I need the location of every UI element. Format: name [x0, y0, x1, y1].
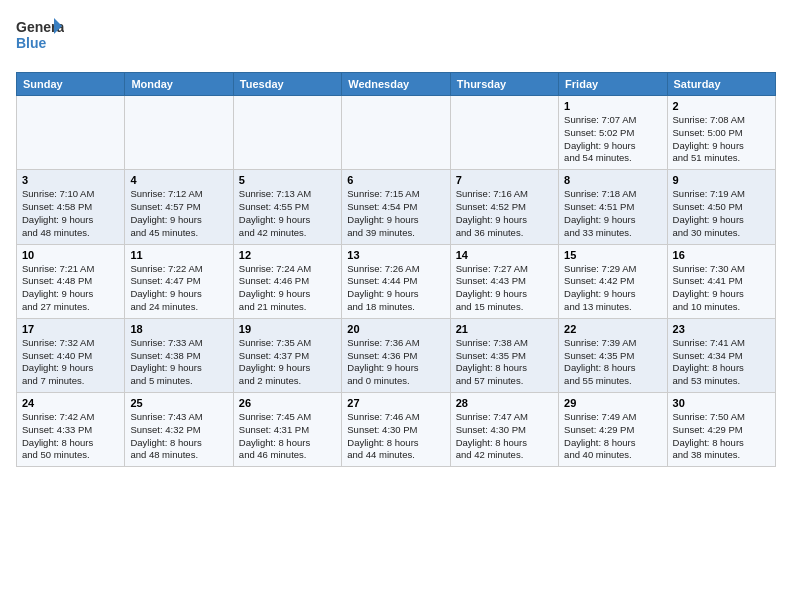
calendar-cell: 5Sunrise: 7:13 AM Sunset: 4:55 PM Daylig… [233, 170, 341, 244]
day-number: 17 [22, 323, 119, 335]
day-number: 18 [130, 323, 227, 335]
calendar-cell: 17Sunrise: 7:32 AM Sunset: 4:40 PM Dayli… [17, 318, 125, 392]
calendar-cell: 3Sunrise: 7:10 AM Sunset: 4:58 PM Daylig… [17, 170, 125, 244]
calendar-cell [125, 96, 233, 170]
calendar-cell: 18Sunrise: 7:33 AM Sunset: 4:38 PM Dayli… [125, 318, 233, 392]
day-info: Sunrise: 7:24 AM Sunset: 4:46 PM Dayligh… [239, 263, 336, 314]
day-info: Sunrise: 7:13 AM Sunset: 4:55 PM Dayligh… [239, 188, 336, 239]
col-header-tuesday: Tuesday [233, 73, 341, 96]
day-number: 15 [564, 249, 661, 261]
calendar-table: SundayMondayTuesdayWednesdayThursdayFrid… [16, 72, 776, 467]
calendar-cell: 22Sunrise: 7:39 AM Sunset: 4:35 PM Dayli… [559, 318, 667, 392]
svg-text:Blue: Blue [16, 35, 47, 51]
calendar-cell [450, 96, 558, 170]
day-number: 29 [564, 397, 661, 409]
day-info: Sunrise: 7:47 AM Sunset: 4:30 PM Dayligh… [456, 411, 553, 462]
calendar-cell [233, 96, 341, 170]
calendar-cell: 26Sunrise: 7:45 AM Sunset: 4:31 PM Dayli… [233, 393, 341, 467]
calendar-cell: 14Sunrise: 7:27 AM Sunset: 4:43 PM Dayli… [450, 244, 558, 318]
calendar-cell: 23Sunrise: 7:41 AM Sunset: 4:34 PM Dayli… [667, 318, 775, 392]
col-header-saturday: Saturday [667, 73, 775, 96]
day-info: Sunrise: 7:50 AM Sunset: 4:29 PM Dayligh… [673, 411, 770, 462]
calendar-cell: 25Sunrise: 7:43 AM Sunset: 4:32 PM Dayli… [125, 393, 233, 467]
day-info: Sunrise: 7:18 AM Sunset: 4:51 PM Dayligh… [564, 188, 661, 239]
calendar-cell: 15Sunrise: 7:29 AM Sunset: 4:42 PM Dayli… [559, 244, 667, 318]
day-info: Sunrise: 7:41 AM Sunset: 4:34 PM Dayligh… [673, 337, 770, 388]
logo-svg: General Blue [16, 16, 64, 60]
calendar-cell: 7Sunrise: 7:16 AM Sunset: 4:52 PM Daylig… [450, 170, 558, 244]
day-info: Sunrise: 7:46 AM Sunset: 4:30 PM Dayligh… [347, 411, 444, 462]
day-info: Sunrise: 7:32 AM Sunset: 4:40 PM Dayligh… [22, 337, 119, 388]
day-number: 12 [239, 249, 336, 261]
day-number: 3 [22, 174, 119, 186]
calendar-cell [17, 96, 125, 170]
day-info: Sunrise: 7:36 AM Sunset: 4:36 PM Dayligh… [347, 337, 444, 388]
calendar-cell: 30Sunrise: 7:50 AM Sunset: 4:29 PM Dayli… [667, 393, 775, 467]
calendar-cell: 16Sunrise: 7:30 AM Sunset: 4:41 PM Dayli… [667, 244, 775, 318]
day-number: 1 [564, 100, 661, 112]
day-info: Sunrise: 7:15 AM Sunset: 4:54 PM Dayligh… [347, 188, 444, 239]
calendar-cell: 12Sunrise: 7:24 AM Sunset: 4:46 PM Dayli… [233, 244, 341, 318]
calendar-cell: 19Sunrise: 7:35 AM Sunset: 4:37 PM Dayli… [233, 318, 341, 392]
day-info: Sunrise: 7:19 AM Sunset: 4:50 PM Dayligh… [673, 188, 770, 239]
day-number: 24 [22, 397, 119, 409]
day-number: 28 [456, 397, 553, 409]
calendar-cell: 28Sunrise: 7:47 AM Sunset: 4:30 PM Dayli… [450, 393, 558, 467]
day-info: Sunrise: 7:43 AM Sunset: 4:32 PM Dayligh… [130, 411, 227, 462]
calendar-cell [342, 96, 450, 170]
day-info: Sunrise: 7:35 AM Sunset: 4:37 PM Dayligh… [239, 337, 336, 388]
day-info: Sunrise: 7:21 AM Sunset: 4:48 PM Dayligh… [22, 263, 119, 314]
day-info: Sunrise: 7:16 AM Sunset: 4:52 PM Dayligh… [456, 188, 553, 239]
calendar-cell: 20Sunrise: 7:36 AM Sunset: 4:36 PM Dayli… [342, 318, 450, 392]
calendar-cell: 6Sunrise: 7:15 AM Sunset: 4:54 PM Daylig… [342, 170, 450, 244]
day-number: 13 [347, 249, 444, 261]
calendar-cell: 21Sunrise: 7:38 AM Sunset: 4:35 PM Dayli… [450, 318, 558, 392]
calendar-cell: 27Sunrise: 7:46 AM Sunset: 4:30 PM Dayli… [342, 393, 450, 467]
day-number: 5 [239, 174, 336, 186]
day-number: 30 [673, 397, 770, 409]
day-info: Sunrise: 7:33 AM Sunset: 4:38 PM Dayligh… [130, 337, 227, 388]
day-info: Sunrise: 7:38 AM Sunset: 4:35 PM Dayligh… [456, 337, 553, 388]
day-info: Sunrise: 7:42 AM Sunset: 4:33 PM Dayligh… [22, 411, 119, 462]
logo: General Blue [16, 16, 64, 60]
col-header-friday: Friday [559, 73, 667, 96]
day-info: Sunrise: 7:26 AM Sunset: 4:44 PM Dayligh… [347, 263, 444, 314]
day-number: 10 [22, 249, 119, 261]
col-header-sunday: Sunday [17, 73, 125, 96]
col-header-wednesday: Wednesday [342, 73, 450, 96]
day-number: 21 [456, 323, 553, 335]
day-number: 20 [347, 323, 444, 335]
day-number: 7 [456, 174, 553, 186]
page-header: General Blue [16, 16, 776, 60]
calendar-cell: 4Sunrise: 7:12 AM Sunset: 4:57 PM Daylig… [125, 170, 233, 244]
day-info: Sunrise: 7:30 AM Sunset: 4:41 PM Dayligh… [673, 263, 770, 314]
day-info: Sunrise: 7:49 AM Sunset: 4:29 PM Dayligh… [564, 411, 661, 462]
day-info: Sunrise: 7:10 AM Sunset: 4:58 PM Dayligh… [22, 188, 119, 239]
day-info: Sunrise: 7:12 AM Sunset: 4:57 PM Dayligh… [130, 188, 227, 239]
day-number: 9 [673, 174, 770, 186]
day-info: Sunrise: 7:22 AM Sunset: 4:47 PM Dayligh… [130, 263, 227, 314]
day-info: Sunrise: 7:07 AM Sunset: 5:02 PM Dayligh… [564, 114, 661, 165]
col-header-monday: Monday [125, 73, 233, 96]
day-number: 16 [673, 249, 770, 261]
calendar-cell: 13Sunrise: 7:26 AM Sunset: 4:44 PM Dayli… [342, 244, 450, 318]
day-number: 4 [130, 174, 227, 186]
day-number: 19 [239, 323, 336, 335]
calendar-cell: 24Sunrise: 7:42 AM Sunset: 4:33 PM Dayli… [17, 393, 125, 467]
calendar-cell: 10Sunrise: 7:21 AM Sunset: 4:48 PM Dayli… [17, 244, 125, 318]
calendar-cell: 8Sunrise: 7:18 AM Sunset: 4:51 PM Daylig… [559, 170, 667, 244]
day-info: Sunrise: 7:39 AM Sunset: 4:35 PM Dayligh… [564, 337, 661, 388]
calendar-cell: 11Sunrise: 7:22 AM Sunset: 4:47 PM Dayli… [125, 244, 233, 318]
day-number: 25 [130, 397, 227, 409]
day-number: 22 [564, 323, 661, 335]
day-number: 6 [347, 174, 444, 186]
day-number: 8 [564, 174, 661, 186]
calendar-cell: 9Sunrise: 7:19 AM Sunset: 4:50 PM Daylig… [667, 170, 775, 244]
day-number: 2 [673, 100, 770, 112]
calendar-cell: 2Sunrise: 7:08 AM Sunset: 5:00 PM Daylig… [667, 96, 775, 170]
calendar-cell: 29Sunrise: 7:49 AM Sunset: 4:29 PM Dayli… [559, 393, 667, 467]
calendar-cell: 1Sunrise: 7:07 AM Sunset: 5:02 PM Daylig… [559, 96, 667, 170]
day-info: Sunrise: 7:08 AM Sunset: 5:00 PM Dayligh… [673, 114, 770, 165]
day-number: 14 [456, 249, 553, 261]
day-number: 27 [347, 397, 444, 409]
